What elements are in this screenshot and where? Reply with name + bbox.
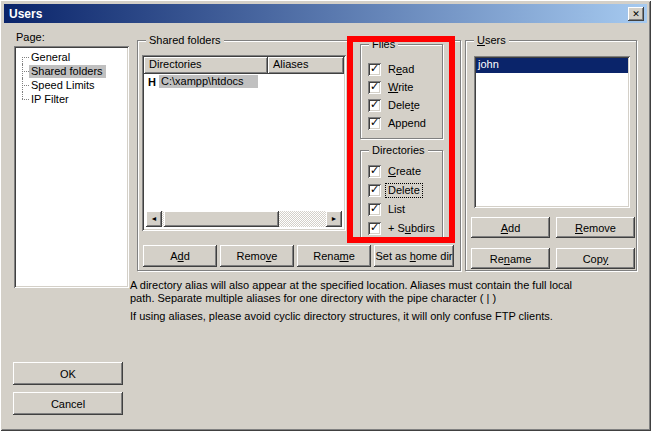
shared-folders-group-label: Shared folders [146,34,224,46]
checkbox-box[interactable]: ✓ [368,222,381,235]
scrollbar-track[interactable] [162,211,326,227]
checkbox-box[interactable]: ✓ [368,99,381,112]
tree-branch-icon [18,78,29,92]
tree-branch-icon [18,64,29,78]
user-item-john[interactable]: john [476,58,628,73]
column-header-directories[interactable]: Directories [144,57,268,74]
note-line: If using aliases, please avoid cyclic di… [130,310,553,322]
directories-listview: Directories Aliases H C:\xampp\htdocs ◄ … [142,55,346,231]
ok-button[interactable]: OK [13,362,123,385]
titlebar: Users ✕ [4,4,647,23]
check-icon: ✓ [370,118,379,128]
files-group-label: Files [369,38,398,50]
check-icon: ✓ [370,166,379,176]
files-permissions-group: Files ✓ Read ✓ Write ✓ Delete ✓ Append [360,44,443,139]
tree-branch-icon [18,92,29,106]
check-icon: ✓ [370,223,379,233]
tree-item-label: Speed Limits [29,79,98,92]
checkbox-box[interactable]: ✓ [368,203,381,216]
checkbox-box[interactable]: ✓ [368,184,381,197]
users-group: Users john Add Remove Rename Copy [465,40,637,271]
user-rename-button[interactable]: Rename [471,248,550,269]
checkbox-files-delete[interactable]: ✓ Delete [368,98,422,113]
tree-item-label: General [29,51,73,64]
column-header-aliases[interactable]: Aliases [268,57,344,74]
horizontal-scrollbar[interactable]: ◄ ► [146,211,342,227]
tree-item-label: IP Filter [29,93,72,106]
tree-item-label: Shared folders [29,65,106,78]
user-remove-button[interactable]: Remove [556,217,635,238]
focused-label: Delete [386,184,422,197]
scrollbar-thumb[interactable] [164,211,279,227]
checkbox-dirs-subdirs[interactable]: ✓ + Subdirs [368,221,437,236]
close-button[interactable]: ✕ [628,7,644,21]
checkbox-box[interactable]: ✓ [368,81,381,94]
checkbox-dirs-create[interactable]: ✓ Create [368,164,423,179]
arrow-right-icon: ► [331,215,338,222]
check-icon: ✓ [370,100,379,110]
directory-path: C:\xampp\htdocs [159,75,258,88]
home-flag: H [148,76,159,88]
users-group-label: Users [474,34,509,46]
scroll-left-button[interactable]: ◄ [146,211,162,227]
arrow-left-icon: ◄ [151,215,158,222]
checkbox-files-write[interactable]: ✓ Write [368,80,415,95]
checkbox-box[interactable]: ✓ [368,63,381,76]
close-icon: ✕ [632,9,640,19]
check-icon: ✓ [370,64,379,74]
window-title: Users [9,7,628,21]
check-icon: ✓ [370,82,379,92]
note-line: A directory alias will also appear at th… [130,279,572,291]
directories-permissions-group: Directories ✓ Create ✓ Delete ✓ List ✓ +… [360,150,443,241]
check-icon: ✓ [370,204,379,214]
directories-group-label: Directories [369,144,428,156]
set-as-home-dir-button[interactable]: Set as home dir [374,245,454,267]
folder-remove-button[interactable]: Remove [220,245,294,267]
scroll-right-button[interactable]: ► [326,211,342,227]
user-add-button[interactable]: Add [471,217,550,238]
tree-item-speed-limits[interactable]: Speed Limits [18,78,126,92]
cancel-button[interactable]: Cancel [13,392,123,415]
page-label: Page: [16,31,45,43]
check-icon: ✓ [370,185,379,195]
checkbox-files-append[interactable]: ✓ Append [368,116,428,131]
directory-row[interactable]: H C:\xampp\htdocs [144,74,344,89]
tree-item-ip-filter[interactable]: IP Filter [18,92,126,106]
users-dialog: Users ✕ Page: General Shared folders Spe… [0,0,651,431]
folder-rename-button[interactable]: Rename [297,245,371,267]
checkbox-box[interactable]: ✓ [368,117,381,130]
folder-add-button[interactable]: Add [143,245,217,267]
note-line: path. Separate multiple aliases for one … [130,292,496,304]
page-tree: General Shared folders Speed Limits IP F… [14,46,129,288]
user-copy-button[interactable]: Copy [556,248,635,269]
checkbox-dirs-delete[interactable]: ✓ Delete [368,183,422,198]
checkbox-box[interactable]: ✓ [368,165,381,178]
tree-branch-icon [18,50,29,64]
users-listbox: john [474,56,630,208]
checkbox-dirs-list[interactable]: ✓ List [368,202,407,217]
tree-item-shared-folders[interactable]: Shared folders [18,64,126,78]
tree-item-general[interactable]: General [18,50,126,64]
checkbox-files-read[interactable]: ✓ Read [368,62,416,77]
listview-header: Directories Aliases [144,57,344,74]
